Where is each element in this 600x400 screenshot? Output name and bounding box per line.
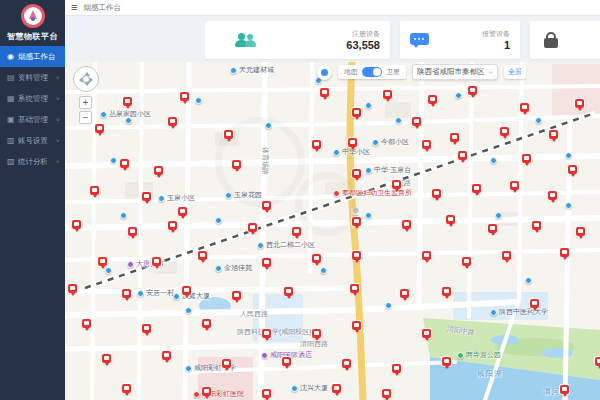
device-marker[interactable]: [198, 251, 207, 260]
map[interactable]: 丛泉家园小区天元建材城今都小区中华小区中华·玉泉台玉泉小区玉泉花园秦都区妇幼卫生…: [65, 62, 600, 400]
panorama-button[interactable]: 全景: [504, 65, 526, 79]
device-marker[interactable]: [348, 138, 357, 147]
device-marker[interactable]: [392, 180, 401, 189]
device-marker[interactable]: [352, 251, 361, 260]
device-marker[interactable]: [560, 385, 569, 394]
sidebar-item-2[interactable]: ▦系统管理∨: [0, 88, 65, 109]
device-marker[interactable]: [312, 329, 321, 338]
device-marker[interactable]: [530, 299, 539, 308]
device-marker[interactable]: [292, 227, 301, 236]
pan-down-icon[interactable]: [84, 82, 90, 89]
sidebar-item-4[interactable]: ▥账号设置∨: [0, 130, 65, 151]
device-marker[interactable]: [122, 289, 131, 298]
region-select[interactable]: 陕西省咸阳市秦都区 ∨: [412, 64, 498, 80]
device-marker[interactable]: [262, 389, 271, 398]
device-marker[interactable]: [412, 117, 421, 126]
device-marker[interactable]: [262, 201, 271, 210]
hamburger-icon[interactable]: ≡: [65, 2, 83, 13]
device-marker[interactable]: [262, 329, 271, 338]
device-marker[interactable]: [462, 257, 471, 266]
device-marker[interactable]: [262, 258, 271, 267]
device-marker[interactable]: [352, 321, 361, 330]
device-marker[interactable]: [352, 217, 361, 226]
device-marker[interactable]: [282, 357, 291, 366]
device-marker[interactable]: [576, 227, 585, 236]
device-marker[interactable]: [248, 223, 257, 232]
pan-right-icon[interactable]: [89, 77, 96, 83]
device-marker[interactable]: [392, 364, 401, 373]
sidebar-item-1[interactable]: ▤资料管理∨: [0, 67, 65, 88]
device-marker[interactable]: [98, 257, 107, 266]
device-marker[interactable]: [560, 248, 569, 257]
device-marker[interactable]: [352, 169, 361, 178]
device-marker[interactable]: [595, 357, 600, 366]
device-marker[interactable]: [168, 221, 177, 230]
device-marker[interactable]: [82, 319, 91, 328]
device-marker[interactable]: [312, 140, 321, 149]
device-marker[interactable]: [402, 220, 411, 229]
device-marker[interactable]: [178, 207, 187, 216]
device-marker[interactable]: [72, 220, 81, 229]
sidebar-item-3[interactable]: ▣基础管理∨: [0, 109, 65, 130]
device-marker[interactable]: [568, 165, 577, 174]
device-marker[interactable]: [142, 192, 151, 201]
device-marker[interactable]: [522, 154, 531, 163]
device-marker[interactable]: [500, 127, 509, 136]
device-marker[interactable]: [532, 221, 541, 230]
device-marker[interactable]: [312, 254, 321, 263]
device-marker[interactable]: [122, 384, 131, 393]
zoom-out-button[interactable]: −: [79, 111, 92, 124]
device-marker[interactable]: [383, 90, 392, 99]
device-marker[interactable]: [422, 329, 431, 338]
device-marker[interactable]: [152, 257, 161, 266]
map-pan-control[interactable]: [73, 66, 99, 92]
device-marker[interactable]: [472, 184, 481, 193]
device-marker[interactable]: [432, 189, 441, 198]
device-marker[interactable]: [142, 324, 151, 333]
device-marker[interactable]: [548, 191, 557, 200]
pan-center-icon[interactable]: [82, 75, 90, 83]
device-marker[interactable]: [422, 251, 431, 260]
device-marker[interactable]: [446, 215, 455, 224]
device-marker[interactable]: [168, 117, 177, 126]
device-marker[interactable]: [468, 86, 477, 95]
device-marker[interactable]: [95, 124, 104, 133]
device-marker[interactable]: [320, 88, 329, 97]
device-marker[interactable]: [162, 351, 171, 360]
device-marker[interactable]: [549, 130, 558, 139]
device-marker[interactable]: [154, 166, 163, 175]
device-marker[interactable]: [202, 319, 211, 328]
device-marker[interactable]: [180, 92, 189, 101]
device-marker[interactable]: [502, 251, 511, 260]
device-marker[interactable]: [284, 287, 293, 296]
device-marker[interactable]: [520, 103, 529, 112]
device-marker[interactable]: [488, 224, 497, 233]
device-marker[interactable]: [510, 181, 519, 190]
device-marker[interactable]: [450, 133, 459, 142]
device-marker[interactable]: [352, 108, 361, 117]
device-marker[interactable]: [222, 359, 231, 368]
device-marker[interactable]: [68, 284, 77, 293]
device-marker[interactable]: [428, 95, 437, 104]
device-marker[interactable]: [342, 359, 351, 368]
device-marker[interactable]: [350, 284, 359, 293]
device-marker[interactable]: [442, 357, 451, 366]
device-marker[interactable]: [382, 389, 391, 398]
device-marker[interactable]: [128, 227, 137, 236]
device-marker[interactable]: [400, 289, 409, 298]
device-marker[interactable]: [224, 130, 233, 139]
device-marker[interactable]: [232, 160, 241, 169]
device-marker[interactable]: [332, 384, 341, 393]
device-marker[interactable]: [120, 159, 129, 168]
device-marker[interactable]: [123, 97, 132, 106]
device-marker[interactable]: [232, 291, 241, 300]
device-marker[interactable]: [458, 151, 467, 160]
device-marker[interactable]: [102, 354, 111, 363]
sidebar-item-5[interactable]: ▧统计分析∨: [0, 151, 65, 172]
device-marker[interactable]: [442, 287, 451, 296]
zoom-in-button[interactable]: +: [79, 96, 92, 109]
device-marker[interactable]: [90, 186, 99, 195]
device-marker[interactable]: [202, 387, 211, 396]
device-marker[interactable]: [182, 286, 191, 295]
sidebar-item-0[interactable]: ◉烟感工作台: [0, 46, 65, 67]
